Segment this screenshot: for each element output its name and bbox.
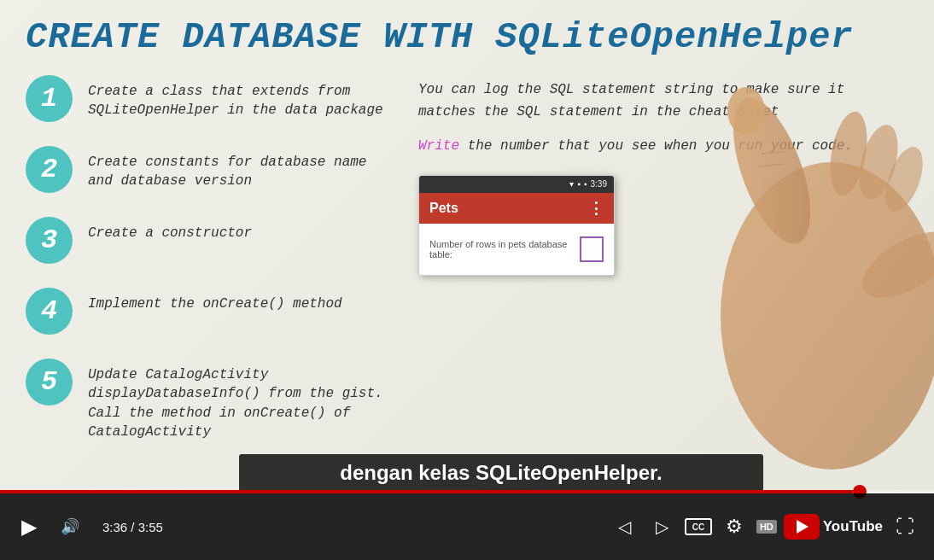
phone-status-bar: ▾ ▪ ▪ 3:39: [419, 176, 614, 193]
subtitle-bar: dengan kelas SQLiteOpenHelper.: [239, 454, 763, 492]
volume-icon: 🔊: [61, 517, 79, 536]
info-text: You can log the SQL statement string to …: [418, 79, 908, 123]
write-body: the number that you see when you run you…: [468, 138, 853, 154]
back-icon: ◁: [618, 516, 631, 537]
step-text-3: Create a constructor: [88, 217, 252, 242]
menu-icon: ⋮: [588, 199, 604, 218]
fullscreen-icon: ⛶: [896, 516, 914, 538]
step-text-1: Create a class that extends from SQLiteO…: [88, 75, 393, 120]
step-circle-1: 1: [26, 75, 73, 122]
cc-label: CC: [692, 522, 704, 532]
step-text-2: Create constants for database name and d…: [88, 146, 393, 191]
step-item-3: 3 Create a constructor: [26, 217, 393, 264]
step-circle-2: 2: [26, 146, 73, 193]
youtube-play-icon: [797, 520, 808, 534]
step-circle-4: 4: [26, 288, 73, 335]
play-icon: ▶: [21, 515, 37, 539]
step-item-4: 4 Implement the onCreate() method: [26, 288, 393, 335]
settings-button[interactable]: ⚙: [719, 511, 750, 542]
fullscreen-button[interactable]: ⛶: [890, 511, 920, 542]
hd-badge[interactable]: HD: [756, 520, 777, 534]
wifi-icon: ▾: [569, 179, 574, 189]
cc-button[interactable]: CC: [685, 518, 712, 535]
youtube-logo: YouTube: [784, 514, 883, 540]
db-input-box: [580, 236, 604, 262]
step-circle-5: 5: [26, 359, 73, 405]
phone-content: Number of rows in pets database table:: [419, 224, 614, 275]
signal-icon: ▪: [577, 179, 581, 189]
youtube-text: YouTube: [823, 518, 883, 535]
steps-list: 1 Create a class that extends from SQLit…: [26, 75, 393, 466]
db-label: Number of rows in pets database table:: [429, 239, 580, 260]
phone-mockup: ▾ ▪ ▪ 3:39 Pets ⋮ Number of rows in pets…: [418, 175, 615, 276]
volume-button[interactable]: 🔊: [55, 511, 85, 542]
phone-toolbar: Pets ⋮: [419, 193, 614, 224]
video-frame: CREATE DATABASE WITH SQLiteOpenHelper 1 …: [0, 0, 934, 492]
step-item-2: 2 Create constants for database name and…: [26, 146, 393, 193]
time-display: 3:36 / 3:55: [102, 520, 163, 534]
write-text: Write the number that you see when you r…: [418, 136, 908, 158]
step-item-5: 5 Update CatalogActivity displayDatabase…: [26, 359, 393, 442]
step-text-5: Update CatalogActivity displayDatabaseIn…: [88, 359, 393, 442]
write-label: Write: [418, 138, 459, 154]
forward-button[interactable]: ▷: [647, 511, 678, 542]
right-controls: ◁ ▷ CC ⚙ HD YouTube: [610, 511, 920, 542]
youtube-icon: [784, 514, 820, 540]
gear-icon: ⚙: [726, 516, 743, 538]
step-circle-3: 3: [26, 217, 73, 264]
forward-icon: ▷: [656, 516, 668, 537]
steps-area: 1 Create a class that extends from SQLit…: [26, 75, 908, 466]
app-title: Pets: [429, 201, 458, 216]
info-panel: You can log the SQL statement string to …: [418, 75, 908, 466]
step-text-4: Implement the onCreate() method: [88, 288, 342, 313]
video-title: CREATE DATABASE WITH SQLiteOpenHelper: [26, 17, 908, 58]
step-item-1: 1 Create a class that extends from SQLit…: [26, 75, 393, 122]
back-button[interactable]: ◁: [610, 511, 640, 542]
status-time: 3:39: [591, 179, 607, 189]
battery-icon: ▪: [584, 179, 587, 189]
video-player: CREATE DATABASE WITH SQLiteOpenHelper 1 …: [0, 0, 934, 560]
controls-bar: ▶ 🔊 3:36 / 3:55 ◁ ▷ CC ⚙: [0, 493, 934, 560]
play-button[interactable]: ▶: [14, 511, 44, 542]
